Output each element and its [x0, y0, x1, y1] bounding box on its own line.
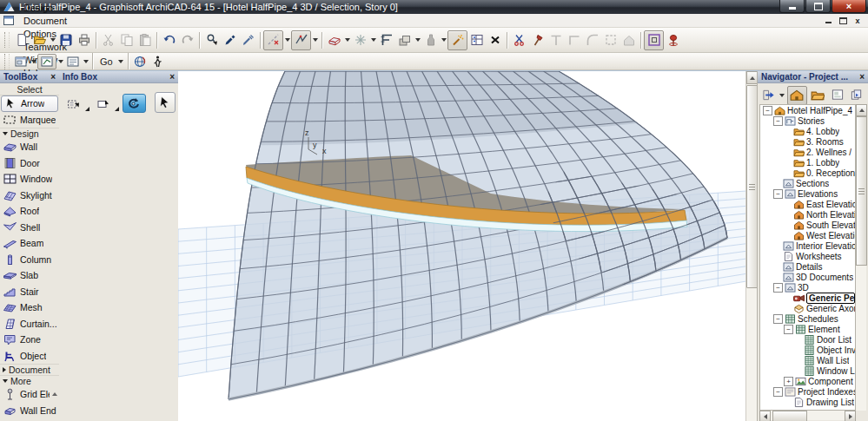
tree-item-1-lobby[interactable]: 1. Lobby [760, 157, 855, 168]
menu-design[interactable]: Design [17, 1, 73, 14]
scroll-left-button[interactable] [759, 411, 771, 421]
magic-wand-button[interactable] [447, 30, 467, 50]
tree-item-sections[interactable]: Sections [760, 178, 855, 188]
navigator-vertical-scrollbar[interactable] [856, 104, 866, 411]
toolbar-drag-handle[interactable] [4, 32, 10, 48]
favorites-button[interactable] [421, 31, 440, 49]
scroll-up-button[interactable] [856, 104, 867, 116]
view-map-button[interactable] [808, 87, 827, 104]
project-map-button[interactable] [787, 86, 808, 105]
tool-stair[interactable]: Stair [0, 284, 59, 300]
resize-button[interactable] [601, 31, 620, 49]
tree-expander[interactable]: − [773, 189, 783, 199]
guide-lines-dropdown-arrow[interactable] [283, 31, 291, 49]
tree-item-window-list[interactable]: Window List [760, 365, 855, 376]
tool-wall-end[interactable]: Wall End [0, 403, 59, 419]
elevate-button[interactable] [620, 31, 638, 49]
project-chooser-button[interactable] [759, 87, 779, 104]
gravity-button[interactable] [351, 31, 369, 49]
tree-expander[interactable]: − [773, 116, 783, 126]
child-minimize-button[interactable] [822, 16, 834, 25]
orbit-mode-button[interactable] [123, 94, 146, 113]
snap-guides-dropdown-arrow[interactable] [311, 31, 319, 49]
tree-expander[interactable]: − [773, 387, 783, 397]
3d-window-settings-dropdown-arrow[interactable] [56, 52, 64, 70]
tool-mesh[interactable]: Mesh [0, 299, 59, 316]
open-dropdown-arrow[interactable] [49, 31, 56, 49]
display-order-button[interactable] [12, 55, 30, 69]
child-restore-button[interactable] [837, 16, 849, 25]
toolbox-scroll-up-icon[interactable] [52, 392, 57, 396]
cut-button[interactable] [99, 31, 117, 49]
paste-button[interactable] [136, 31, 154, 49]
tool-slab[interactable]: Slab [0, 267, 59, 284]
element-snap-button[interactable] [325, 31, 343, 49]
layer-settings-dropdown-arrow[interactable] [414, 31, 421, 49]
tool-zone[interactable]: Zone [0, 332, 59, 348]
document-window-icon[interactable] [3, 16, 14, 25]
menu-document[interactable]: Document [17, 14, 73, 27]
tool-wall[interactable]: Wall [0, 139, 59, 155]
tree-item-drawing-list[interactable]: Drawing List [760, 397, 855, 407]
tree-item-4-lobby[interactable]: 4. Lobby [760, 126, 855, 136]
go-button[interactable]: Go [96, 55, 117, 69]
inject-parameters-button[interactable] [239, 31, 257, 49]
tree-item-details[interactable]: Details [760, 261, 855, 272]
trim-button[interactable] [547, 31, 565, 49]
restore-button[interactable] [805, 0, 831, 13]
tree-expander[interactable]: − [763, 106, 772, 115]
gravity-dropdown-arrow[interactable] [369, 31, 377, 49]
project-chooser-dropdown-arrow[interactable] [779, 94, 785, 97]
tool-grid-ele[interactable]: Grid Ele.. [0, 386, 59, 403]
tree-item-east-elevation[interactable]: East Elevation [760, 199, 855, 209]
quick-options-button[interactable] [64, 55, 82, 69]
tree-item-west-elevation[interactable]: West Elevation [760, 230, 855, 240]
tool-skylight[interactable]: Skylight [0, 187, 59, 204]
tree-item-generic-axonometry[interactable]: Generic Axonometry [760, 303, 855, 313]
tree-item-hotel-halfpipe-4[interactable]: −Hotel HalfPipe_4 [760, 105, 855, 115]
copy-button[interactable] [117, 31, 136, 49]
scrollbar-thumb[interactable] [856, 116, 867, 266]
close-button[interactable]: × [832, 0, 866, 13]
navigator-close-icon[interactable]: × [859, 73, 865, 82]
tree-item-interior-elevations[interactable]: Interior Elevations [760, 240, 855, 251]
pick-up-parameters-button[interactable] [221, 31, 239, 49]
tree-item-south-elevation[interactable]: South Elevation [760, 220, 855, 230]
scrollbar-thumb[interactable] [772, 411, 807, 421]
tree-expander[interactable]: − [773, 283, 783, 293]
toolbox-close-icon[interactable]: × [50, 73, 56, 82]
open-button[interactable] [30, 31, 49, 49]
selection-settings-button[interactable] [63, 95, 85, 113]
snap-guides-button[interactable] [291, 30, 311, 50]
layer-settings-button[interactable] [395, 31, 414, 49]
publisher-button[interactable] [847, 87, 866, 104]
child-close-button[interactable]: x [851, 16, 864, 25]
tool-arrow[interactable]: Arrow [1, 95, 58, 112]
tool-window[interactable]: Window [0, 171, 59, 187]
scroll-right-button[interactable] [845, 411, 856, 421]
tree-item-elevations[interactable]: −Elevations [760, 188, 855, 199]
flyout-arrow-icon[interactable] [115, 107, 119, 111]
intersect-button[interactable] [565, 31, 583, 49]
tree-item-0-reception[interactable]: 0. Reception [760, 168, 855, 178]
tree-item-schedules[interactable]: −Schedules [760, 313, 855, 324]
flyout-arrow-icon[interactable] [85, 107, 89, 111]
tool-beam[interactable]: Beam [0, 235, 59, 252]
tool-object[interactable]: Object [0, 348, 59, 365]
fillet-chamfer-button[interactable] [583, 31, 601, 49]
3d-viewport[interactable]: z y x [178, 71, 758, 421]
tree-item-element[interactable]: −Element [760, 324, 855, 334]
tree-item-stories[interactable]: −Stories [760, 115, 855, 126]
undo-button[interactable] [160, 31, 178, 49]
quick-options-dropdown-arrow[interactable] [82, 52, 89, 70]
tool-door[interactable]: Door [0, 155, 59, 172]
toolbox-section-document[interactable]: Document [0, 364, 59, 375]
tree-expander[interactable]: − [773, 314, 783, 324]
minimize-button[interactable] [779, 0, 805, 13]
tree-item-3-rooms[interactable]: 3. Rooms [760, 136, 855, 147]
tool-marquee[interactable]: Marquee [0, 112, 59, 128]
toolbox-section-more[interactable]: More [0, 375, 59, 386]
navigator-horizontal-scrollbar[interactable] [759, 411, 856, 420]
3d-cutting-planes-button[interactable] [664, 31, 682, 49]
tree-item-project-indexes[interactable]: −Project Indexes [760, 386, 855, 397]
